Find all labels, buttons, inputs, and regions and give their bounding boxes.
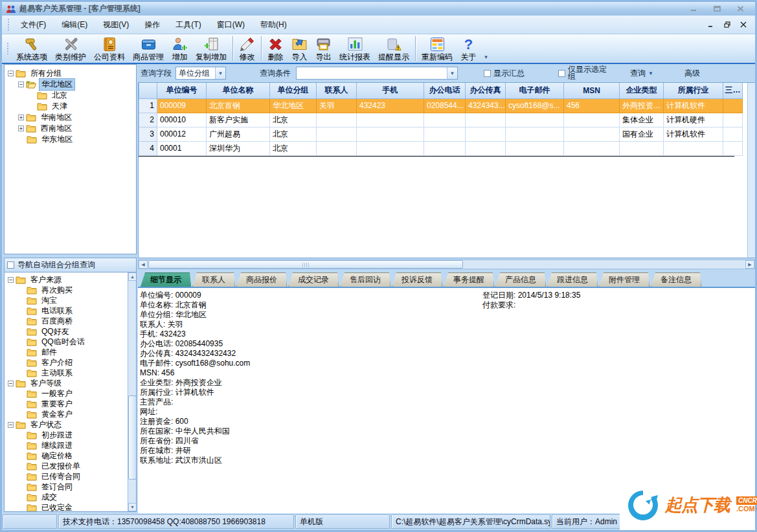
tree-item[interactable]: −客户来源 [5,274,127,285]
row-number-cell[interactable]: 2 [139,113,157,127]
toolbar-button[interactable]: 统计报表 [335,34,374,63]
column-header[interactable]: 单位名称 [207,83,270,98]
scrollbar-thumb[interactable] [148,260,463,269]
tree-item-label[interactable]: 已传寄合同 [40,471,82,482]
tree-item-label[interactable]: 客户介绍 [40,357,74,368]
tree-item[interactable]: −客户状态 [5,419,127,430]
table-cell[interactable] [564,127,620,141]
table-cell[interactable]: 000009 [157,98,207,113]
tree-item[interactable]: +西南地区 [5,123,136,134]
nav-combine-checkbox[interactable] [7,261,14,269]
table-cell[interactable] [620,141,664,155]
table-cell[interactable] [506,113,564,127]
toolbar-button[interactable]: 删除 [264,34,288,63]
tree-item[interactable]: −所有分组 [5,68,136,79]
column-header[interactable]: 联系人 [317,83,357,98]
tree-item-label[interactable]: 客户状态 [28,419,63,430]
table-cell[interactable]: 000010 [157,113,207,127]
tree-item[interactable]: 再次购买 [5,285,127,295]
scroll-up-icon[interactable]: ▲ [128,272,137,281]
table-row[interactable]: 3000012广州超易北京国有企业计算机软件 [139,127,743,141]
tree-item-label[interactable]: 华南地区 [39,112,74,123]
tree-item[interactable]: 签订合同 [5,482,127,492]
only-selected-group-checkbox[interactable]: 仅显示选定组 [558,66,608,80]
tree-item-label[interactable]: 主动联系 [40,368,74,379]
tree-item-label[interactable]: QQ临时会话 [40,337,87,348]
tree-item-label[interactable]: 成交 [40,492,59,503]
menu-item[interactable]: 编辑(E) [54,17,95,33]
tree-item-label[interactable]: 已收定金 [40,502,74,512]
tree-item-label[interactable]: 黄金客户 [40,409,74,420]
table-cell[interactable]: 432423 [357,98,424,113]
tree-item[interactable]: 继续跟进 [5,440,127,450]
mdi-minimize-button[interactable] [706,20,716,29]
query-button[interactable]: 查询▼ [625,67,659,80]
tree-item-label[interactable]: 初步跟进 [40,430,74,441]
table-cell[interactable] [723,113,743,127]
tab-active[interactable]: 细节显示 [141,272,191,287]
tree-item-label[interactable]: 已发报价单 [40,461,82,472]
tree-item-label[interactable]: 华北地区 [39,78,75,91]
tab-item[interactable]: 成交记录 [288,272,339,287]
tree-item-label[interactable]: 客户来源 [28,274,63,285]
toolbar-button[interactable]: 系统选项 [12,34,51,63]
toolbar-button[interactable]: 类别维护 [51,34,90,63]
tab-item[interactable]: 投诉反馈 [392,272,442,287]
menu-item[interactable]: 帮助(H) [253,17,295,33]
table-cell[interactable] [564,141,620,155]
show-summary-checkbox[interactable]: 显示汇总 [484,70,525,77]
table-cell[interactable]: 计算机软件 [664,127,723,141]
table-cell[interactable]: 北京 [270,113,317,127]
table-cell[interactable] [357,141,424,155]
query-field-combo[interactable]: 单位分组 ▼ [175,67,226,80]
table-cell[interactable]: 北京 [270,141,317,155]
menu-item[interactable]: 文件(F) [13,17,54,33]
table-cell[interactable]: 456 [564,98,620,113]
table-cell[interactable] [564,113,620,127]
query-condition-combo[interactable]: ▼ [296,67,458,80]
table-cell[interactable] [317,141,357,155]
menu-item[interactable]: 窗口(W) [209,17,253,33]
row-number-cell[interactable]: 3 [139,127,157,141]
tree-item[interactable]: 主动联系 [5,368,127,378]
tree-item[interactable]: QQ好友 [5,326,127,337]
table-cell[interactable] [317,127,357,141]
toolbar-button[interactable]: 增加 [168,34,192,63]
table-cell[interactable]: 国有企业 [620,127,664,141]
tree-item[interactable]: 已发报价单 [5,461,127,471]
tree-item-label[interactable]: 天津 [50,101,69,112]
table-row[interactable]: 1000009北京首钢华北地区关羽4324230208544...4324343… [139,98,743,113]
table-cell[interactable]: 广州超易 [207,127,270,141]
table-cell[interactable]: 华北地区 [270,98,317,113]
tree-item[interactable]: 黄金客户 [5,409,127,419]
tree-item-label[interactable]: 淘宝 [40,295,59,306]
column-header[interactable]: 手机 [357,83,424,98]
tree-item-label[interactable]: 客户等级 [28,378,63,389]
table-row[interactable]: 400001深圳华为北京 [139,141,743,155]
table-cell[interactable]: 新客户实施 [207,113,270,127]
tree-item-label[interactable]: QQ好友 [40,326,71,337]
tree-item[interactable]: 已传寄合同 [5,471,127,482]
tree-item-label[interactable]: 继续跟进 [40,440,74,451]
table-cell[interactable] [506,141,564,155]
tab-item[interactable]: 售后回访 [340,272,390,287]
table-cell[interactable] [424,113,466,127]
table-cell[interactable] [357,127,424,141]
tree-item[interactable]: 电话联系 [5,305,127,316]
table-cell[interactable]: 深圳华为 [207,141,270,155]
toolbar-button[interactable]: 导出 [311,34,335,63]
column-header[interactable]: 单位分组 [270,83,317,98]
column-header[interactable]: MSN [564,83,620,98]
tree-item[interactable]: +华南地区 [5,112,136,123]
table-cell[interactable] [664,141,723,155]
table-cell[interactable]: 关羽 [317,98,357,113]
toolbar-button[interactable]: ?关于 [457,34,480,63]
table-cell[interactable] [424,141,466,155]
collapse-icon[interactable]: − [8,71,14,76]
tab-item[interactable]: 商品报价 [236,272,287,287]
tab-item[interactable]: 事务提醒 [444,272,494,287]
toolbar-button[interactable]: 重新编码 [418,34,457,63]
menu-item[interactable]: 工具(T) [168,17,209,33]
table-cell[interactable] [723,141,743,155]
mdi-restore-button[interactable] [722,20,732,29]
